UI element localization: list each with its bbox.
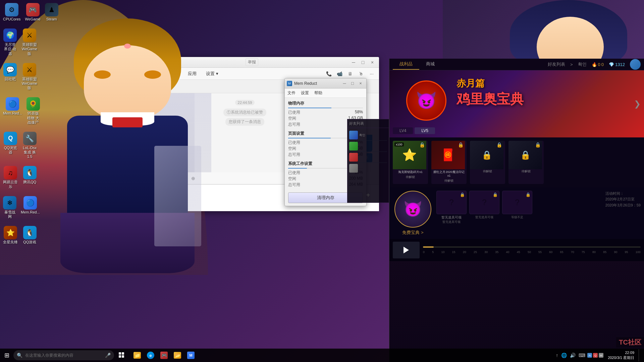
icon-blizzard[interactable]: ❄ 暴雪战网 <box>2 195 18 220</box>
friend-item-3 <box>349 152 387 163</box>
icon-cpucores[interactable]: ⚙ CPUCores <box>2 2 22 23</box>
taskbar-search-icon: 🔍 <box>17 353 22 358</box>
friend-item-4 <box>349 163 387 174</box>
tray-upload-icon[interactable]: ↑ <box>555 352 559 359</box>
game-reward-item-1: 🔒 ? 暂无道具可领 暂无道具可领 <box>436 191 467 224</box>
qq-header-right: 举报 <box>246 58 258 66</box>
game-banner-next-arrow[interactable]: ❯ <box>634 99 641 109</box>
game-free-reward-label[interactable]: 免费宝典 > <box>393 230 433 236</box>
icon-qqzx[interactable]: 🐧 腾讯QQ <box>21 165 39 190</box>
game-progress-bar[interactable] <box>423 246 641 248</box>
game-reward-row: 🔒 ? 暂无道具可领 暂无道具可领 🔒 ? 暂无道具可领 <box>436 191 602 224</box>
taskbar-app-edge[interactable]: e <box>145 349 157 361</box>
qq-maximize-btn[interactable]: □ <box>359 59 367 65</box>
taskbar-task-view-btn[interactable] <box>116 349 128 361</box>
tray-icon-1[interactable]: N <box>587 353 592 358</box>
tray-keyboard-icon[interactable]: ⌨ <box>578 352 586 359</box>
svg-rect-0 <box>119 352 121 355</box>
mem-menu-help[interactable]: 帮助 <box>314 89 323 97</box>
game-window: 战利品 商城 好友列表 > 확인 🔥 0 0 💎 1312 <box>389 59 644 362</box>
icon-95plants[interactable]: 🌻 95原版植物 大战僵尸 <box>25 96 41 126</box>
icon-huishe[interactable]: 💬 回社吧 <box>2 62 19 92</box>
game-gold-display: 🔥 0 0 <box>592 62 604 67</box>
taskbar-mic-icon[interactable]: 🎤 <box>105 353 111 358</box>
taskbar-app-file-explorer[interactable]: 📁 <box>131 349 143 361</box>
game-item-status-4: 待解锁 <box>508 169 544 175</box>
qq-more-icon[interactable]: ··· <box>368 70 376 78</box>
svg-rect-1 <box>122 352 124 355</box>
icon-lol2[interactable]: ⚔ 英雄联盟 WeGame版 <box>20 62 39 92</box>
game-video-controls: 0510 152025 303540 455055 606570 758085 … <box>393 242 641 258</box>
qq-menu-app[interactable]: 应用 <box>186 70 198 77</box>
taskbar-app-wegame[interactable]: 🎮 <box>158 349 170 361</box>
mem-close-btn[interactable]: × <box>357 80 364 86</box>
game-username: 好友列表 <box>548 61 565 67</box>
tray-icon-3[interactable]: W <box>599 353 603 358</box>
add-friend-icon[interactable]: + <box>366 191 370 199</box>
mem-menu-bar: 文件 设置 帮助 <box>285 88 366 98</box>
taskbar-app-folder2[interactable]: 📂 <box>171 349 183 361</box>
mem-menu-settings[interactable]: 设置 <box>300 89 310 97</box>
qq-video-icon[interactable]: 📹 <box>335 70 343 78</box>
taskbar-search-input[interactable] <box>25 353 102 358</box>
game-reward-status-3: 等级不足 <box>502 215 532 220</box>
icon-qqbrowser[interactable]: Q QQ浏览器 <box>2 130 19 161</box>
tray-network-icon[interactable]: 🌐 <box>560 352 568 359</box>
game-play-icon[interactable] <box>404 247 409 253</box>
friend-name-1: 확인 <box>359 133 365 137</box>
show-desktop-btn[interactable] <box>639 349 641 361</box>
icon-wegame[interactable]: 🎮 WeGame <box>24 2 42 23</box>
game-item-lock-icon-3: 🔒 <box>496 142 502 147</box>
game-item-status-3: 待解锁 <box>470 169 505 175</box>
mem-restore-btn[interactable]: □ <box>349 80 356 86</box>
game-level-tab-lv5[interactable]: LV5 <box>415 127 435 134</box>
desktop: ⚙ CPUCores 🎮 WeGame ♟ Steam 🌍 无尽世界启 动器 ⚔… <box>0 0 644 362</box>
game-tab-store[interactable]: 商城 <box>419 59 441 70</box>
mem-physical-title: 物理内存 <box>288 101 363 106</box>
clock-time: 22:09 <box>608 350 634 355</box>
icon-qqgame[interactable]: 🐧 QQ游戏 <box>21 225 39 246</box>
qq-remote-icon[interactable]: 🖱 <box>357 70 365 78</box>
icon-wangyi[interactable]: ♫ 网易云音乐 <box>2 165 19 190</box>
friend-avatar-1 <box>349 131 358 139</box>
icon-qxzj[interactable]: ⭐ 全星先锋 <box>2 225 19 246</box>
icon-memred[interactable]: 🔵 Mem.Red... <box>2 96 23 126</box>
icon-memred2[interactable]: 🔵 Mem.Red... <box>19 195 41 220</box>
icon-wos[interactable]: 🌍 无尽世界启 动器 <box>2 27 19 57</box>
friend-avatar-3 <box>349 153 358 162</box>
qq-menu-settings[interactable]: 设置 ▾ <box>205 70 220 77</box>
game-reward-lock-2: 🔒 <box>493 192 498 197</box>
anime-character-left <box>47 18 208 273</box>
qq-minimize-btn[interactable]: ─ <box>350 59 358 65</box>
icon-lol-wegame[interactable]: ⚔ 英雄联盟 WeGame版 <box>20 27 39 57</box>
game-level-tab-lv4[interactable]: LV4 <box>393 127 413 134</box>
taskbar-app-memred[interactable]: M <box>185 349 197 361</box>
qq-screen-icon[interactable]: 🖥 <box>346 70 354 78</box>
taskbar-search-box[interactable]: 🔍 🎤 <box>13 350 114 360</box>
chat-system-msg2: 您获得了一条消息 <box>225 118 264 126</box>
friend-avatar-2 <box>349 142 358 150</box>
game-reward-item-2: 🔒 ? 暂无道具可领 <box>469 191 499 224</box>
mem-menu-file[interactable]: 文件 <box>287 89 296 97</box>
mem-minimize-btn[interactable]: ─ <box>341 80 348 86</box>
game-tab-loot[interactable]: 战利品 <box>393 59 419 70</box>
game-reward-status-1: 暂无道具可领 <box>436 220 467 224</box>
game-level-tabs: LV4 LV5 <box>393 127 435 134</box>
icon-steam[interactable]: ♟ Steam <box>44 2 60 23</box>
qq-report-btn[interactable]: 举报 <box>246 58 258 66</box>
tray-icon-2[interactable]: Q <box>593 353 598 358</box>
friend-list-items: 확인 <box>347 128 389 175</box>
icon-loldsx[interactable]: 🔧 LoL-Dsx集成 换1.5 <box>21 130 39 161</box>
game-reward-img-3: 🔒 ? <box>502 191 532 214</box>
game-reward-items: 😈 免费宝典 > 🔒 ? 暂无道具可领 暂无道具可领 <box>393 191 641 236</box>
game-reward-status-2: 暂无道具可领 <box>469 215 499 220</box>
tray-extra-icons: N Q W <box>587 353 603 358</box>
taskbar-start-button[interactable]: ⊞ <box>0 349 13 362</box>
qq-phone-icon[interactable]: 📞 <box>325 70 333 78</box>
taskbar-sys-tray: ↑ 🌐 🔊 ⌨ N Q W <box>555 352 603 359</box>
taskbar-clock[interactable]: 22:09 2020/3/1 星期日 <box>605 350 637 361</box>
svg-rect-2 <box>119 355 121 358</box>
qq-close-btn[interactable]: × <box>368 59 376 65</box>
qq-toolbar-right: 📞 📹 🖥 🖱 ··· <box>325 70 376 78</box>
tray-sound-icon[interactable]: 🔊 <box>569 352 577 359</box>
